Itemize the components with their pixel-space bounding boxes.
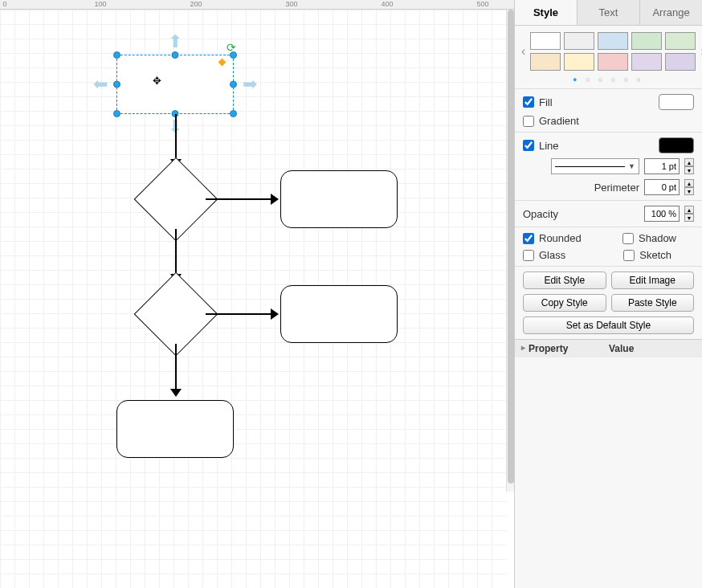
- process-shape[interactable]: [116, 400, 234, 458]
- resize-handle-mr[interactable]: [230, 81, 237, 88]
- process-shape[interactable]: [280, 170, 398, 228]
- arrow-head-icon: [170, 389, 182, 397]
- ruler-tick: 100: [94, 0, 106, 8]
- connector[interactable]: [175, 229, 177, 276]
- connector[interactable]: [175, 344, 177, 390]
- line-checkbox[interactable]: [523, 140, 534, 151]
- process-shape[interactable]: [280, 285, 398, 343]
- canvas[interactable]: 0 100 200 300 400 500 ⟳ ✥ ⬆ ⬇ ⬅ ➡: [0, 0, 514, 588]
- palette-pagination[interactable]: ● ○ ○ ○ ○ ○: [515, 72, 702, 88]
- sketch-label: Sketch: [639, 249, 671, 261]
- palette-swatch[interactable]: [665, 32, 696, 50]
- palette-swatch[interactable]: [598, 53, 628, 71]
- arrow-up-icon[interactable]: ⬆: [168, 31, 182, 52]
- tab-arrange[interactable]: Arrange: [640, 0, 702, 25]
- selected-process-shape[interactable]: ⟳ ✥ ⬆ ⬇ ⬅ ➡: [116, 55, 234, 114]
- rounded-label: Rounded: [539, 232, 582, 244]
- line-color-well[interactable]: [659, 137, 694, 153]
- palette-swatch[interactable]: [631, 53, 662, 71]
- rounded-checkbox[interactable]: [523, 233, 534, 244]
- palette-swatch[interactable]: [530, 32, 561, 50]
- palette-swatch[interactable]: [631, 32, 662, 50]
- perimeter-input[interactable]: [644, 179, 680, 195]
- palette-swatch[interactable]: [564, 32, 594, 50]
- property-col-header: Property: [529, 343, 609, 354]
- resize-handle-tm[interactable]: [172, 51, 179, 59]
- arrow-head-icon: [271, 308, 279, 320]
- ruler-tick: 500: [476, 0, 488, 8]
- fill-label: Fill: [539, 96, 553, 108]
- ruler-tick: 300: [285, 0, 297, 8]
- ruler-tick: 0: [2, 0, 6, 8]
- set-default-style-button[interactable]: Set as Default Style: [523, 316, 694, 334]
- shadow-checkbox[interactable]: [622, 233, 634, 244]
- ruler-horizontal: 0 100 200 300 400 500: [0, 0, 514, 10]
- edit-style-button[interactable]: Edit Style: [523, 272, 606, 289]
- line-width-input[interactable]: [644, 158, 680, 174]
- ruler-tick: 400: [381, 0, 393, 8]
- tab-text[interactable]: Text: [578, 0, 640, 25]
- copy-style-button[interactable]: Copy Style: [523, 294, 606, 312]
- gradient-label: Gradient: [539, 115, 579, 127]
- scrollbar-vertical[interactable]: [506, 10, 514, 492]
- perimeter-stepper[interactable]: ▲▼: [684, 179, 694, 195]
- connector[interactable]: [175, 114, 177, 161]
- tab-style[interactable]: Style: [515, 0, 578, 25]
- opacity-input[interactable]: [644, 206, 680, 222]
- resize-handle-bl[interactable]: [113, 110, 120, 117]
- arrow-left-icon[interactable]: ⬅: [93, 74, 108, 95]
- fill-color-well[interactable]: [659, 94, 694, 110]
- arrow-right-icon[interactable]: ➡: [243, 74, 257, 95]
- value-col-header: Value: [609, 343, 634, 354]
- panel-tabs: Style Text Arrange: [515, 0, 702, 26]
- connector[interactable]: [206, 313, 272, 315]
- line-width-stepper[interactable]: ▲▼: [684, 158, 694, 174]
- scrollbar-thumb[interactable]: [508, 10, 514, 484]
- canvas-grid[interactable]: [0, 10, 506, 588]
- line-label: Line: [539, 140, 559, 152]
- shadow-label: Shadow: [639, 232, 676, 244]
- ruler-tick: 200: [190, 0, 202, 8]
- palette-swatch[interactable]: [564, 53, 594, 71]
- glass-label: Glass: [539, 249, 565, 261]
- connector[interactable]: [206, 198, 272, 200]
- opacity-label: Opacity: [523, 208, 558, 220]
- perimeter-label: Perimeter: [594, 182, 639, 194]
- paste-style-button[interactable]: Paste Style: [611, 294, 695, 312]
- chevron-left-icon[interactable]: ‹: [520, 44, 527, 59]
- fill-checkbox[interactable]: [523, 96, 534, 108]
- arrow-head-icon: [271, 194, 279, 205]
- line-style-select[interactable]: ▼: [551, 158, 639, 174]
- property-table-header[interactable]: ▸ Property Value: [515, 339, 702, 357]
- resize-handle-ml[interactable]: [113, 81, 120, 88]
- palette-swatch[interactable]: [665, 53, 696, 71]
- sketch-checkbox[interactable]: [623, 250, 635, 261]
- rotate-handle-icon[interactable]: ⟳: [227, 41, 236, 54]
- palette-swatch[interactable]: [530, 53, 561, 71]
- disclosure-triangle-icon[interactable]: ▸: [521, 343, 525, 354]
- resize-handle-tl[interactable]: [113, 51, 120, 59]
- format-panel: Style Text Arrange ‹ › ● ○ ○ ○ ○ ○ Fill: [514, 0, 702, 588]
- edit-image-button[interactable]: Edit Image: [611, 272, 695, 289]
- glass-checkbox[interactable]: [523, 250, 534, 261]
- resize-handle-br[interactable]: [230, 110, 237, 117]
- color-palette: ‹ ›: [515, 26, 702, 72]
- gradient-checkbox[interactable]: [523, 116, 534, 127]
- move-cursor-icon: ✥: [153, 75, 161, 87]
- connection-point[interactable]: [218, 59, 227, 67]
- palette-swatch[interactable]: [598, 32, 628, 50]
- opacity-stepper[interactable]: ▲▼: [684, 206, 694, 222]
- chevron-right-icon[interactable]: ›: [699, 44, 702, 59]
